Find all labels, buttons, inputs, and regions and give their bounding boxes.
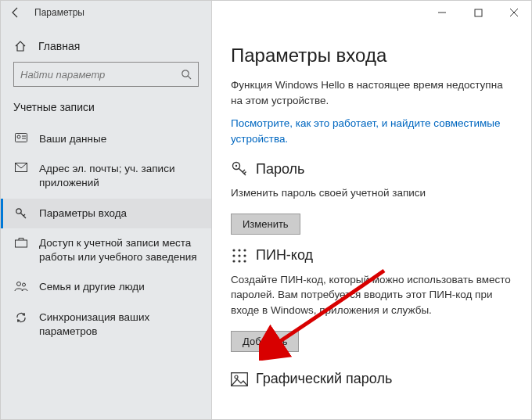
svg-point-25 (235, 375, 238, 379)
briefcase-icon (14, 236, 28, 248)
search-input[interactable] (20, 69, 181, 81)
change-password-button[interactable]: Изменить (231, 214, 300, 235)
minimize-button[interactable] (424, 0, 460, 25)
window-controls (424, 0, 532, 25)
home-icon (13, 40, 27, 52)
add-pin-button[interactable]: Добавить (231, 331, 299, 352)
pinpad-icon (231, 247, 248, 264)
search-box[interactable] (13, 62, 199, 87)
svg-point-22 (238, 260, 240, 262)
svg-point-12 (23, 283, 26, 286)
svg-rect-10 (16, 240, 27, 247)
sidebar-item-email[interactable]: Адрес эл. почты; уч. записи приложений (1, 154, 211, 198)
maximize-button[interactable] (460, 0, 496, 25)
svg-point-19 (238, 254, 240, 257)
search-icon (181, 69, 192, 80)
people-icon (14, 280, 28, 292)
key-icon (14, 206, 28, 220)
svg-point-9 (16, 208, 21, 213)
svg-line-3 (188, 76, 191, 79)
sidebar-item-label: Синхронизация ваших параметров (39, 311, 199, 339)
sidebar-item-label: Ваши данные (39, 132, 106, 146)
svg-point-17 (243, 249, 246, 251)
svg-point-20 (243, 254, 246, 257)
back-button[interactable] (0, 0, 31, 25)
svg-point-5 (17, 135, 20, 138)
svg-rect-24 (232, 372, 248, 386)
home-label: Главная (38, 40, 80, 52)
sidebar-item-label: Параметры входа (39, 206, 127, 221)
hello-unavailable-text: Функция Windows Hello в настоящее время … (231, 77, 512, 108)
pin-desc: Создайте ПИН-код, который можно использо… (231, 272, 512, 318)
sidebar-item-family[interactable]: Семья и другие люди (1, 272, 211, 302)
svg-point-18 (232, 254, 235, 257)
sidebar-item-label: Доступ к учетной записи места работы или… (39, 236, 199, 264)
password-title: Пароль (256, 161, 304, 178)
titlebar: Параметры (0, 0, 532, 25)
mail-icon (14, 162, 28, 172)
svg-point-14 (235, 165, 237, 167)
key-icon (231, 160, 248, 178)
picture-title: Графический пароль (256, 371, 392, 387)
svg-point-15 (232, 249, 235, 251)
password-section: Пароль Изменить пароль своей учетной зап… (231, 160, 512, 235)
home-nav[interactable]: Главная (1, 35, 211, 62)
picture-icon (231, 371, 248, 388)
sidebar-item-sync[interactable]: Синхронизация ваших параметров (1, 303, 211, 346)
sidebar: Главная Учетные записи Ваши данные Адрес… (1, 1, 212, 419)
svg-point-16 (238, 249, 240, 251)
main-content: Параметры входа Функция Windows Hello в … (212, 1, 531, 419)
svg-rect-1 (475, 9, 482, 16)
settings-window: Параметры Главная Учетные зап (0, 0, 532, 420)
svg-point-2 (182, 70, 189, 77)
sidebar-item-work[interactable]: Доступ к учетной записи места работы или… (1, 228, 211, 272)
pin-section: ПИН-код Создайте ПИН-код, который можно … (231, 247, 512, 352)
sidebar-item-label: Адрес эл. почты; уч. записи приложений (39, 162, 199, 190)
close-button[interactable] (496, 0, 532, 25)
sidebar-item-signin[interactable]: Параметры входа (1, 199, 211, 228)
page-heading: Параметры входа (231, 45, 512, 66)
sidebar-item-your-info[interactable]: Ваши данные (1, 124, 211, 154)
badge-icon (14, 132, 28, 142)
sidebar-item-label: Семья и другие люди (39, 280, 145, 294)
sync-icon (14, 311, 28, 324)
sidebar-section-title: Учетные записи (1, 98, 211, 124)
window-title: Параметры (31, 7, 84, 18)
password-desc: Изменить пароль своей учетной записи (231, 185, 512, 201)
sidebar-menu: Ваши данные Адрес эл. почты; уч. записи … (1, 124, 211, 346)
pin-title: ПИН-код (256, 247, 313, 264)
svg-point-21 (232, 260, 235, 262)
hello-learn-link[interactable]: Посмотрите, как это работает, и найдите … (231, 116, 512, 146)
svg-point-11 (17, 282, 21, 286)
svg-point-23 (243, 260, 246, 262)
picture-password-section: Графический пароль (231, 371, 512, 388)
